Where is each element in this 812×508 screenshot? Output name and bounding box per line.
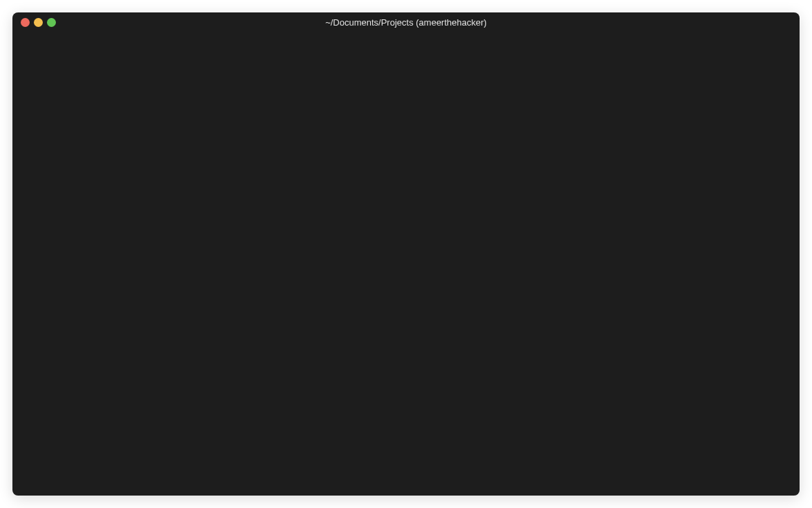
- window-title: ~/Documents/Projects (ameerthehacker): [325, 17, 487, 28]
- title-bar: ~/Documents/Projects (ameerthehacker): [12, 12, 800, 32]
- traffic-lights: [21, 18, 56, 27]
- terminal-window: ~/Documents/Projects (ameerthehacker): [12, 12, 800, 496]
- maximize-button[interactable]: [47, 18, 56, 27]
- close-button[interactable]: [21, 18, 30, 27]
- terminal-content[interactable]: [12, 32, 800, 496]
- minimize-button[interactable]: [34, 18, 43, 27]
